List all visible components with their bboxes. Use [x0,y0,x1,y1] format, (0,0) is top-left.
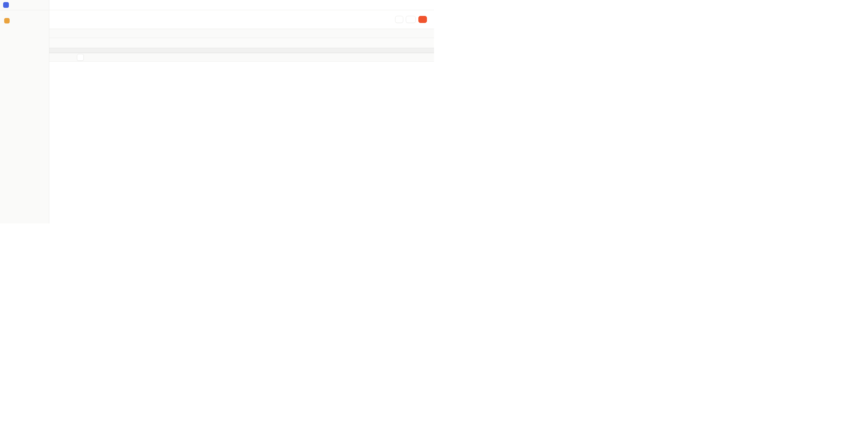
sidebar-header [0,0,49,10]
group-divider [49,48,434,53]
sidebar [0,0,49,224]
environment-switcher[interactable] [2,17,48,25]
topbar [49,0,434,10]
create-guide-button[interactable] [418,16,427,23]
throttle-settings-dropdown[interactable] [406,16,416,23]
guides-table [49,29,434,62]
knock-logo[interactable] [3,2,9,8]
throttle-divider-row [49,53,434,62]
sidebar-environment-nav [0,25,49,26]
sidebar-top-nav [0,10,49,13]
immediate-group-note [49,38,434,48]
page-actions [395,16,427,23]
page-header [49,10,434,29]
table-header-row [49,29,434,38]
environment-icon [4,18,10,24]
app-window [0,0,434,224]
throttle-value-dropdown[interactable] [77,54,84,61]
main-content [49,0,434,224]
save-order-button[interactable] [395,16,403,23]
developers-section-toggle[interactable] [2,29,48,35]
